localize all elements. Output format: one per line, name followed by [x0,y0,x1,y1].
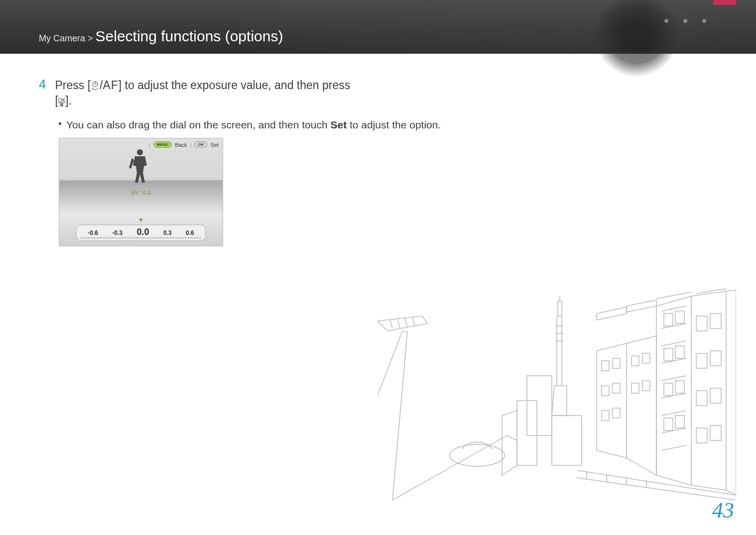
set-word: Set [330,119,347,130]
step-text: Press [/AF] to adjust the exposure value… [55,78,350,108]
dial-arrow-icon: ▼ [76,216,206,223]
bullet-text: You can also drag the dial on the screen… [66,117,441,132]
timer-icon [91,81,100,92]
accent-tab [713,0,736,5]
set-label: Set [210,142,219,148]
ok-pill[interactable]: OK [194,141,207,148]
back-label: Back [175,142,187,148]
svg-rect-30 [602,411,609,421]
svg-rect-32 [631,356,639,366]
breadcrumb-sep: > [85,33,96,43]
dial-val: 0.6 [186,229,194,236]
svg-rect-7 [527,376,552,435]
header-dots [664,19,706,23]
svg-rect-23 [710,388,721,403]
dial-val: -0.6 [88,229,98,236]
svg-rect-34 [631,383,639,393]
page-number: 43 [712,498,734,523]
person-silhouette [125,145,155,183]
svg-rect-19 [710,314,721,328]
svg-rect-28 [602,386,609,396]
city-illustration [378,286,736,500]
bullet-dot [59,122,61,125]
dial-val: -0.3 [112,229,123,236]
dial-container[interactable]: ▼ -0.6 -0.3 0.0 0.3 0.6 [76,216,206,241]
svg-rect-29 [613,383,620,393]
svg-rect-20 [696,353,707,368]
dial-val-center: 0.0 [136,227,149,237]
page-header: My Camera > Selecting functions (options… [0,0,756,54]
dial-strip[interactable]: -0.6 -0.3 0.0 0.3 0.6 [76,224,206,241]
screenshot-topbar: | MENU Back | OK Set [149,141,219,148]
menu-pill[interactable]: MENU [153,141,172,148]
step-number: 4 [39,78,46,91]
svg-rect-18 [696,316,707,331]
step-4: 4 Press [/AF] to adjust the exposure val… [39,78,717,108]
svg-rect-31 [613,408,620,418]
svg-rect-6 [558,301,562,316]
svg-rect-12 [664,348,673,361]
ev-label: EV : 0.0 [131,190,150,196]
page-title: Selecting functions (options) [96,28,283,44]
svg-rect-17 [675,416,684,428]
svg-rect-14 [664,383,673,396]
svg-rect-33 [642,353,650,363]
ok-icon: OK▦ [58,98,65,107]
af-label: AF [103,79,118,92]
svg-rect-13 [675,346,684,358]
breadcrumb: My Camera > Selecting functions (options… [39,28,283,45]
svg-rect-25 [710,426,721,440]
svg-rect-27 [613,358,620,368]
svg-rect-24 [696,428,707,443]
svg-rect-22 [696,391,707,406]
dial-ticks [81,237,201,239]
bullet-note: You can also drag the dial on the screen… [59,117,717,132]
dial-val: 0.3 [163,229,172,236]
camera-screenshot: | MENU Back | OK Set EV : 0.0 ▼ -0.6 -0.… [59,138,223,246]
svg-rect-21 [710,351,721,366]
svg-rect-26 [602,361,609,371]
svg-rect-35 [642,381,650,391]
svg-rect-8 [552,416,582,465]
svg-rect-11 [675,311,684,323]
svg-rect-15 [675,381,684,393]
svg-rect-10 [664,314,673,326]
breadcrumb-prefix: My Camera [39,33,85,43]
svg-point-5 [450,444,504,466]
svg-rect-16 [664,418,673,430]
